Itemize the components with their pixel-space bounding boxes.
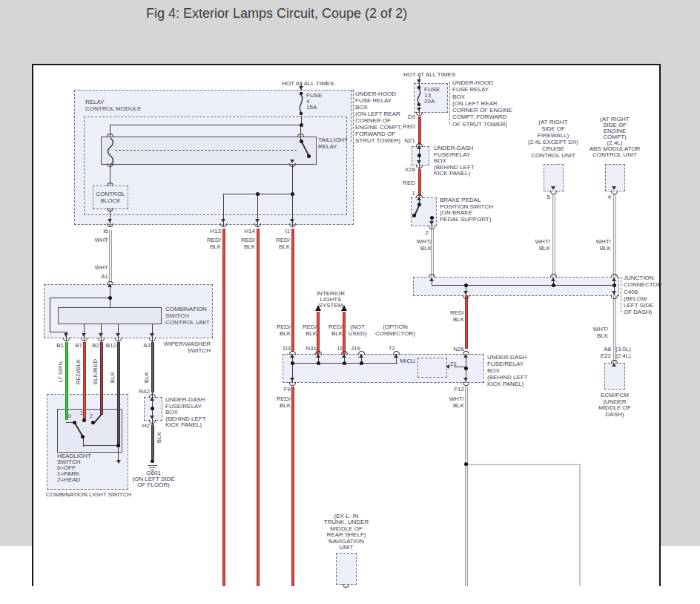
navigation-unit-box bbox=[336, 553, 357, 585]
wire-label-red: RED bbox=[396, 180, 415, 186]
combination-switch-inner-box bbox=[58, 307, 162, 324]
fuse13-symbol bbox=[414, 85, 424, 108]
ground-bar-icon bbox=[148, 465, 157, 466]
junction-dot bbox=[464, 367, 468, 370]
connector-arc bbox=[343, 584, 349, 588]
pin-i6: I6 bbox=[89, 228, 108, 234]
pin-h14: H14 bbox=[236, 228, 255, 234]
wire-redblk-n26 bbox=[465, 295, 468, 349]
figure-title: Fig 4: Exterior Lamps Circuit, Coupe (2 … bbox=[146, 6, 407, 22]
headlight-contact0-dot bbox=[73, 421, 76, 424]
wire-red-x28-bp bbox=[418, 169, 421, 196]
pin-arrow-icon bbox=[116, 333, 120, 337]
connector-arc bbox=[297, 134, 304, 137]
pin-arrow-icon bbox=[221, 219, 225, 223]
pin-i1: I1 bbox=[271, 228, 290, 234]
interior-lights-label: INTERIOR LIGHTS SYSTEM bbox=[310, 291, 351, 309]
label-bracket bbox=[351, 90, 351, 142]
wire-label-whtblk: WHT/ BLK bbox=[442, 395, 464, 409]
wire-whtblk-abs bbox=[613, 194, 616, 278]
switch-arrow-icon bbox=[116, 460, 121, 464]
wire-label-blkred: BLK/RED bbox=[92, 359, 99, 384]
pin-arrow-icon bbox=[150, 397, 154, 401]
switch-bottom-line bbox=[83, 445, 119, 446]
brake-contact-dot bbox=[430, 216, 434, 220]
pin-a8-e22: A8 E22 bbox=[592, 346, 611, 359]
pin-arrow-icon bbox=[255, 219, 260, 223]
wire-label-blk: BLK bbox=[109, 372, 116, 383]
wire-ltgrn-b1 bbox=[65, 342, 68, 420]
underhood-right-label: UNDER-HOOD FUSE RELAY BOX (ON LEFT REAR … bbox=[452, 79, 512, 128]
pin-arrow-icon bbox=[463, 378, 468, 381]
headlight-pos-0: 0 bbox=[68, 413, 71, 419]
wire-label-whtblk: WHT/ BLK bbox=[409, 238, 432, 252]
junction-dot bbox=[552, 283, 555, 287]
cruise-control-unit-label: (AT RIGHT SIDE OF FIREWALL) (2.4L EXCEPT… bbox=[521, 119, 585, 159]
relay-control-module-label: RELAY CONTROL MODULE bbox=[85, 99, 141, 112]
label-bracket bbox=[449, 82, 450, 124]
brake-pedal-switch-label: BRAKE PEDAL POSITION SWITCH (ON BRAKE PE… bbox=[440, 197, 493, 223]
pin-arrow-icon bbox=[290, 219, 294, 223]
pin-arrow-icon bbox=[290, 378, 294, 381]
headlight-pos-2: 2 bbox=[90, 413, 93, 419]
headlight-switch-label: HEADLIGHT SWITCH 0=OFF 1=PARK 2=HEAD bbox=[57, 453, 91, 483]
headlight-pos-1: 1 bbox=[80, 410, 83, 416]
underdash-right-label: UNDER-DASH FUSE/RELAY BOX (BEHIND LEFT K… bbox=[434, 145, 475, 177]
fuse4-symbol bbox=[296, 91, 306, 117]
brake-lever-dot bbox=[412, 214, 416, 217]
pin-arrow-icon bbox=[612, 291, 616, 295]
hot-at-all-times-label: HOT AT ALL TIMES bbox=[403, 71, 455, 78]
wire-blk-b12 bbox=[117, 342, 120, 446]
pin-arrow-icon bbox=[417, 145, 421, 149]
pin-h13: H13 bbox=[202, 228, 221, 234]
pin-n21: N21 bbox=[396, 137, 415, 144]
wire-blk-h2 bbox=[151, 424, 154, 459]
f12-branch-h bbox=[466, 464, 581, 465]
pin-arrow-icon bbox=[316, 354, 320, 358]
pin-n42: N42 bbox=[131, 388, 150, 395]
pin-a1: A1 bbox=[89, 273, 108, 280]
junction-dot bbox=[291, 192, 294, 196]
pin-arrow-icon bbox=[551, 278, 555, 281]
pin-arrow-icon bbox=[551, 186, 555, 190]
pin-a3: A3 bbox=[133, 342, 151, 349]
pin-arrow-icon bbox=[108, 283, 112, 287]
combination-switch-label: COMBINATION SWITCH CONTROL UNIT bbox=[165, 306, 210, 326]
wire-label-whtblk: WHT/ BLK bbox=[528, 238, 550, 252]
pin-b2: B2 bbox=[83, 342, 99, 349]
wire-label-whtblk: WHT/ BLK bbox=[586, 326, 608, 339]
wire-redblk-h13 bbox=[222, 229, 225, 586]
headlight-contact1-dot bbox=[82, 418, 86, 422]
pin-arrow-icon bbox=[82, 333, 86, 337]
brake-contact-dot bbox=[417, 203, 421, 206]
underdash-mid-label: UNDER-DASH FUSE/RELAY BOX (BEHIND LEFT K… bbox=[487, 354, 528, 387]
pin-arrow-icon bbox=[612, 363, 616, 367]
wire-label-redblk: RED/ BLK bbox=[268, 324, 291, 337]
wire-label-redblk: RED/ BLK bbox=[442, 309, 464, 323]
pin-arrow-icon bbox=[99, 333, 103, 337]
relay-contact-dot bbox=[300, 139, 303, 143]
ground-g601-label: G601 (ON LEFT SIDE OF FLOOR) bbox=[128, 470, 179, 488]
pin-abs-4: 4 bbox=[592, 194, 611, 200]
pin-micu-21: 21 bbox=[450, 361, 457, 367]
pin-d9: D9 bbox=[396, 114, 415, 120]
micu-label: MICU bbox=[396, 358, 415, 364]
wire-label-redblk: RED/ BLK bbox=[236, 237, 255, 250]
pin-b1: B1 bbox=[47, 342, 64, 349]
pin-arrow-icon bbox=[429, 221, 434, 225]
pin-i2: I2 bbox=[323, 345, 343, 352]
fuse4-label: FUSE 4 15A bbox=[306, 93, 322, 111]
junction-dot bbox=[256, 192, 260, 196]
pin-arrow-icon bbox=[417, 160, 421, 164]
junction-dot bbox=[464, 283, 468, 287]
b12-drop bbox=[118, 445, 119, 461]
junction-dot bbox=[300, 123, 303, 127]
taillight-relay-box bbox=[101, 137, 317, 165]
junction-dot bbox=[464, 462, 468, 466]
pin-arrow-icon bbox=[150, 333, 154, 337]
pin-arrow-icon bbox=[612, 278, 616, 281]
junction-dot bbox=[612, 283, 616, 287]
pin-arrow-icon bbox=[463, 354, 468, 358]
wrap-line-v bbox=[50, 298, 50, 332]
wire-label-redblk: RED/ BLK bbox=[268, 395, 291, 409]
